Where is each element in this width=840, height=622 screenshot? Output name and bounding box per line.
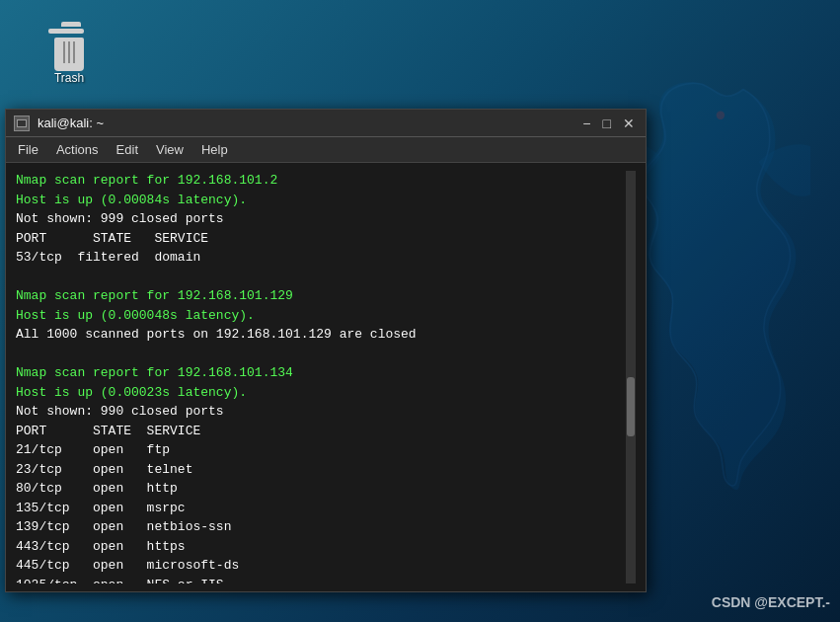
- menu-help[interactable]: Help: [193, 139, 236, 160]
- title-bar-left: kali@kali: ~: [14, 116, 104, 131]
- title-bar: kali@kali: ~ − □ ✕: [6, 110, 646, 137]
- scrollbar-thumb[interactable]: [627, 377, 635, 436]
- trash-icon[interactable]: Trash: [39, 20, 99, 85]
- terminal-text-area: Nmap scan report for 192.168.101.2 Host …: [16, 171, 626, 583]
- close-button[interactable]: ✕: [620, 117, 638, 130]
- svg-point-0: [717, 112, 725, 119]
- trash-label: Trash: [54, 71, 84, 85]
- csdn-watermark: CSDN @EXCEPT.-: [712, 594, 830, 610]
- terminal-output: Nmap scan report for 192.168.101.2 Host …: [16, 171, 626, 583]
- terminal-scrollbar[interactable]: [626, 171, 636, 583]
- terminal-icon: [14, 116, 30, 131]
- menu-file[interactable]: File: [10, 139, 46, 160]
- window-controls: − □ ✕: [579, 117, 638, 130]
- minimize-button[interactable]: −: [579, 117, 593, 130]
- menu-edit[interactable]: Edit: [109, 139, 146, 160]
- terminal-content[interactable]: Nmap scan report for 192.168.101.2 Host …: [6, 163, 646, 591]
- trash-icon-graphic: [49, 20, 89, 67]
- menu-bar: File Actions Edit View Help: [6, 137, 646, 163]
- menu-view[interactable]: View: [148, 139, 191, 160]
- maximize-button[interactable]: □: [600, 117, 614, 130]
- menu-actions[interactable]: Actions: [48, 139, 107, 160]
- terminal-title: kali@kali: ~: [38, 116, 104, 130]
- terminal-window: kali@kali: ~ − □ ✕ File Actions Edit Vie…: [5, 109, 647, 592]
